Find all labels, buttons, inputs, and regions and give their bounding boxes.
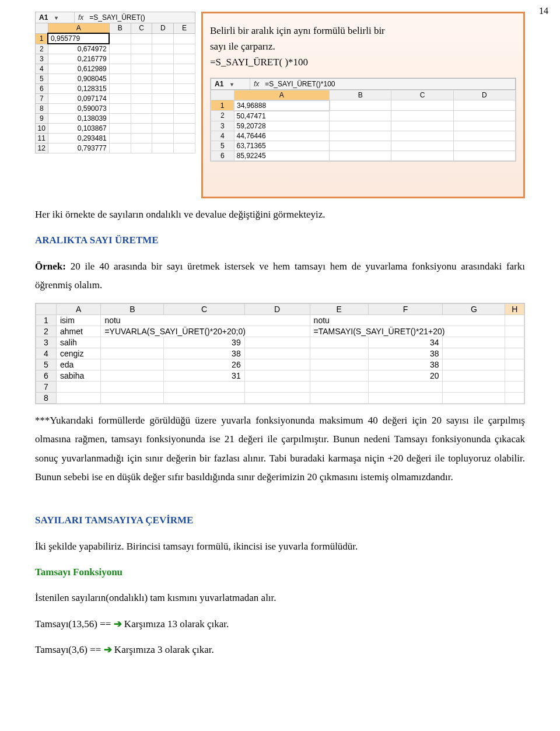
- cell: [505, 326, 524, 337]
- row-header: 4: [211, 131, 235, 141]
- cell: [505, 315, 524, 326]
- row-header: 3: [36, 54, 48, 64]
- ornek-label: Örnek:: [35, 261, 66, 272]
- row-header: 6: [36, 370, 57, 382]
- paragraph: İstenilen sayıların(ondalıklı) tam kısmı…: [35, 589, 525, 607]
- cell: eda: [57, 359, 101, 370]
- heading-tamsayi: Tamsayı Fonksiyonu: [35, 563, 525, 582]
- row-header: 4: [36, 64, 48, 74]
- select-all-corner: [36, 304, 57, 315]
- cell: 44,76446: [234, 131, 330, 141]
- heading-sayilari: SAYILARI TAMSAYIYA ÇEVİRME: [35, 511, 525, 530]
- chevron-down-icon: ▾: [230, 81, 233, 88]
- cell: 39: [164, 337, 244, 348]
- cell: 34,96888: [234, 100, 330, 111]
- row-header: 2: [211, 111, 235, 121]
- column-header: C: [164, 304, 244, 315]
- row-header: 7: [36, 382, 57, 393]
- wide-spreadsheet: A B C D E F G H 1 isim notu notu 2 ahmet…: [35, 303, 525, 404]
- cell: 0,955779: [48, 33, 109, 44]
- cell: cengiz: [57, 348, 101, 359]
- cell: 0,674972: [48, 44, 109, 54]
- cell: [101, 337, 164, 348]
- column-header: A: [48, 23, 109, 34]
- row-header: 8: [36, 393, 57, 404]
- row-header: 5: [211, 141, 235, 151]
- cell: =TAMSAYI(S_SAYI_ÜRET()*21+20): [310, 326, 505, 337]
- cell: [505, 337, 524, 348]
- row-header: 9: [36, 114, 48, 124]
- column-header: D: [453, 90, 515, 100]
- row-header: 1: [36, 33, 48, 44]
- cell: notu: [101, 315, 310, 326]
- row-header: 2: [36, 326, 57, 337]
- paragraph: İki şekilde yapabiliriz. Birincisi tamsa…: [35, 537, 525, 556]
- select-all-corner: [36, 23, 48, 34]
- cell: [131, 33, 152, 44]
- cell: 63,71365: [234, 141, 330, 151]
- cell: [109, 33, 131, 44]
- cell: [174, 33, 195, 44]
- row-header: 7: [36, 94, 48, 104]
- cell: 50,47471: [234, 111, 330, 121]
- column-header: C: [391, 90, 453, 100]
- row-header: 6: [211, 151, 235, 160]
- page-number: 14: [539, 6, 548, 16]
- example-expr: Tamsayı(3,6) ==: [35, 644, 101, 655]
- row-header: 5: [36, 359, 57, 370]
- cell: 0,097174: [48, 94, 109, 104]
- cell: isim: [57, 315, 101, 326]
- cell: ahmet: [57, 326, 101, 337]
- cell: 38: [368, 348, 443, 359]
- column-header: F: [368, 304, 443, 315]
- cell: [244, 337, 310, 348]
- paragraph: Tamsayı(13,56) == ➔ Karşımıza 13 olarak …: [35, 615, 525, 634]
- cell: 59,20728: [234, 121, 330, 131]
- fx-icon: fx: [250, 80, 262, 88]
- select-all-corner: [211, 90, 235, 100]
- callout-box: Belirli bir aralık için aynı formülü bel…: [201, 12, 525, 198]
- row-header: 8: [36, 104, 48, 114]
- row-header: 10: [36, 124, 48, 134]
- left-spreadsheet: A1 ▾ fx =S_SAYI_ÜRET() A B C D E 1 0,955…: [35, 12, 195, 198]
- cell: [443, 337, 505, 348]
- formula-bar: =S_SAYI_ÜRET()*100: [262, 80, 515, 88]
- column-header: B: [101, 304, 164, 315]
- cell: 0,793777: [48, 144, 109, 153]
- column-header: E: [174, 23, 195, 34]
- namebox: A1 ▾: [36, 12, 75, 23]
- paragraph-ornek: Örnek: 20 ile 40 arasında bir sayı üretm…: [35, 257, 525, 295]
- arrow-icon: ➔: [114, 618, 122, 629]
- example-result: Karşımıza 3 olarak çıkar.: [114, 644, 214, 655]
- column-header: E: [310, 304, 368, 315]
- cell: 31: [164, 370, 244, 382]
- heading-aralikta: ARALIKTA SAYI ÜRETME: [35, 231, 525, 250]
- cell: 0,293481: [48, 134, 109, 144]
- cell: [152, 33, 174, 44]
- row-header: 12: [36, 144, 48, 153]
- column-header: B: [109, 23, 131, 34]
- cell: 0,908045: [48, 74, 109, 84]
- row-header: 6: [36, 84, 48, 94]
- callout-formula: =S_SAYI_ÜRET( )*100: [210, 54, 516, 70]
- column-header: A: [234, 90, 330, 100]
- row-header: 1: [36, 315, 57, 326]
- paragraph: Her iki örnekte de sayıların ondalıklı v…: [35, 205, 525, 224]
- row-header: 1: [211, 100, 235, 111]
- column-header: G: [443, 304, 505, 315]
- namebox-value: A1: [39, 13, 48, 22]
- cell: 38: [164, 348, 244, 359]
- paragraph: Tamsayı(3,6) == ➔ Karşımıza 3 olarak çık…: [35, 641, 525, 659]
- cell: [310, 337, 368, 348]
- cell: 26: [164, 359, 244, 370]
- cell: 34: [368, 337, 443, 348]
- cell: 0,612989: [48, 64, 109, 74]
- formula-bar: =S_SAYI_ÜRET(): [87, 13, 195, 22]
- ornek-text: 20 ile 40 arasında bir sayı üretmek iste…: [35, 261, 525, 291]
- callout-line: sayı ile çarparız.: [210, 39, 516, 54]
- cell: 0,216779: [48, 54, 109, 64]
- column-header: D: [152, 23, 174, 34]
- column-header: H: [505, 304, 524, 315]
- column-header: D: [244, 304, 310, 315]
- example-expr: Tamsayı(13,56) ==: [35, 618, 111, 629]
